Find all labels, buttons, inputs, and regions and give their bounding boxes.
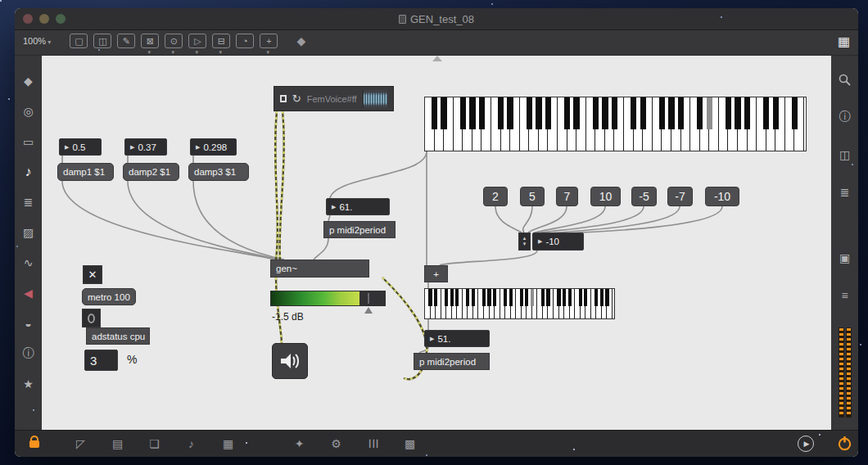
- note-number-bottom[interactable]: ▶51.: [424, 330, 490, 347]
- audio-mute-icon[interactable]: ♪: [173, 437, 210, 450]
- black-key[interactable]: [434, 289, 437, 306]
- patcher-canvas[interactable]: ↻ FemVoice#ff ▶0.5 ▶0.37 ▶0.298 damp1 $1…: [42, 56, 831, 430]
- snapshot-icon[interactable]: ▣: [831, 239, 858, 277]
- black-key[interactable]: [659, 97, 665, 129]
- close-button[interactable]: [23, 14, 33, 24]
- wrench-icon[interactable]: ⚙: [318, 437, 355, 450]
- black-key[interactable]: [584, 289, 587, 306]
- black-key[interactable]: [668, 97, 674, 129]
- black-key[interactable]: [744, 97, 750, 129]
- transpose-message[interactable]: 7: [556, 187, 578, 206]
- black-key[interactable]: [697, 97, 703, 129]
- black-key[interactable]: [428, 289, 432, 306]
- vizzie-icon[interactable]: ◒: [15, 308, 42, 338]
- filters-icon[interactable]: ≡: [831, 277, 858, 314]
- kslider-top[interactable]: [424, 97, 807, 151]
- audio-power-button[interactable]: [837, 436, 852, 454]
- playbar-icon[interactable]: ▷: [188, 34, 206, 48]
- black-key[interactable]: [593, 97, 599, 129]
- number-box-icon[interactable]: ⊟: [212, 34, 230, 48]
- black-key[interactable]: [460, 97, 466, 129]
- mixer-icon[interactable]: ☰: [367, 426, 380, 458]
- transpose-message[interactable]: -5: [631, 187, 657, 206]
- damp2-message[interactable]: damp2 $1: [123, 163, 179, 181]
- metro-object[interactable]: metro 100: [82, 288, 136, 305]
- run-button[interactable]: ▶: [798, 436, 814, 452]
- black-key[interactable]: [568, 289, 572, 306]
- black-key[interactable]: [546, 289, 549, 306]
- toggle-icon[interactable]: ⊠: [141, 34, 159, 48]
- black-key[interactable]: [602, 97, 608, 129]
- transpose-message[interactable]: 10: [590, 187, 621, 206]
- ezdac-speaker-button[interactable]: [272, 343, 308, 379]
- playbar-object[interactable]: ↻ FemVoice#ff: [274, 86, 394, 111]
- black-key[interactable]: [545, 97, 551, 129]
- black-key[interactable]: [563, 289, 566, 306]
- black-key[interactable]: [472, 289, 475, 306]
- cpu-number-box[interactable]: 3: [84, 350, 118, 371]
- black-key[interactable]: [479, 97, 485, 129]
- black-key[interactable]: [441, 97, 446, 129]
- midi2period-subpatcher-bottom[interactable]: p midi2period: [414, 353, 490, 370]
- clock-icon[interactable]: ◔: [236, 34, 254, 48]
- black-key[interactable]: [498, 97, 504, 129]
- black-key[interactable]: [520, 289, 523, 306]
- incdec-stepper[interactable]: ▲ ▼: [518, 232, 531, 251]
- black-key[interactable]: [573, 97, 579, 129]
- black-key[interactable]: [450, 289, 454, 306]
- comment-icon[interactable]: ✎: [117, 34, 135, 48]
- console-icon[interactable]: ▭: [15, 126, 42, 156]
- black-key[interactable]: [466, 289, 469, 306]
- black-key[interactable]: [493, 289, 496, 306]
- waveform-display[interactable]: [363, 90, 387, 108]
- bang-button[interactable]: [82, 309, 101, 327]
- transpose-message[interactable]: 2: [483, 187, 508, 206]
- black-key[interactable]: [612, 97, 617, 129]
- damp3-number-box[interactable]: ▶0.298: [190, 138, 237, 156]
- black-key[interactable]: [432, 97, 437, 129]
- transpose-message[interactable]: -10: [705, 187, 739, 206]
- black-key[interactable]: [536, 97, 541, 129]
- transpose-message[interactable]: 5: [520, 187, 545, 206]
- black-key[interactable]: [726, 97, 731, 129]
- black-key[interactable]: [504, 289, 507, 306]
- presentation-icon[interactable]: ▤: [99, 437, 136, 450]
- gen-object[interactable]: gen~: [270, 260, 369, 278]
- slider-icon[interactable]: ◫: [93, 34, 111, 48]
- audio-status-icon[interactable]: ◎: [15, 96, 42, 126]
- transpose-message[interactable]: -7: [667, 187, 693, 206]
- black-key[interactable]: [763, 97, 769, 129]
- damp1-message[interactable]: damp1 $1: [57, 163, 114, 181]
- plus-object[interactable]: +: [424, 265, 448, 282]
- search-icon[interactable]: [831, 61, 858, 98]
- black-key[interactable]: [594, 289, 598, 306]
- black-key[interactable]: [557, 289, 560, 306]
- loop-icon[interactable]: ↻: [292, 93, 301, 105]
- black-key[interactable]: [455, 289, 459, 306]
- info-icon[interactable]: ⓘ: [831, 98, 858, 136]
- black-key[interactable]: [487, 289, 491, 306]
- black-key[interactable]: [445, 289, 448, 306]
- paint-bucket-icon[interactable]: ◆: [296, 34, 305, 48]
- black-key[interactable]: [605, 289, 608, 306]
- favorites-icon[interactable]: ★: [15, 368, 42, 399]
- black-key[interactable]: [773, 97, 779, 129]
- gain-slider-handle[interactable]: [364, 307, 373, 314]
- lock-icon[interactable]: [29, 440, 39, 448]
- black-key[interactable]: [469, 97, 475, 129]
- note-number-top[interactable]: ▶61.: [326, 198, 390, 215]
- layers-icon[interactable]: ❏: [136, 437, 173, 450]
- stop-icon[interactable]: [280, 95, 287, 102]
- black-key[interactable]: [541, 289, 545, 306]
- black-key[interactable]: [707, 97, 712, 129]
- black-key[interactable]: [678, 97, 684, 129]
- sound-icon[interactable]: ♪: [15, 156, 42, 187]
- minimize-button[interactable]: [39, 14, 49, 24]
- black-key[interactable]: [631, 97, 636, 129]
- black-key[interactable]: [509, 289, 513, 306]
- black-key[interactable]: [792, 97, 798, 129]
- increment-icon[interactable]: ▲: [522, 236, 527, 242]
- toggle-object[interactable]: ✕: [83, 265, 102, 284]
- black-key[interactable]: [482, 289, 486, 306]
- black-key[interactable]: [564, 97, 570, 129]
